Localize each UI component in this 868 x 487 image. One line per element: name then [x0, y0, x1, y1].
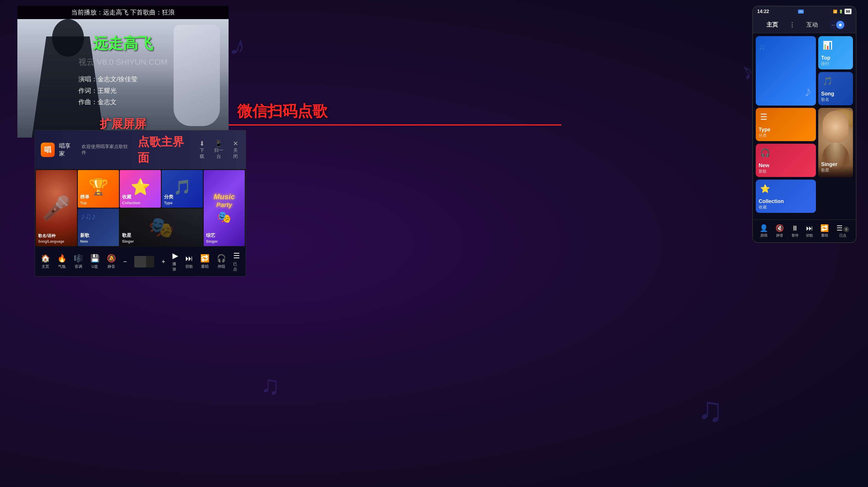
mute-icon: 🔇 — [775, 224, 784, 232]
guitar-shape — [174, 25, 220, 126]
wechat-scan-section: 微信扫码点歌 — [237, 101, 328, 122]
wechat-scan-label: 微信扫码点歌 — [237, 101, 328, 122]
now-playing-bar: 当前播放：远走高飞 下首歌曲：狂浪 — [18, 6, 228, 19]
category-type-label: 分类 Type — [164, 194, 173, 205]
category-new-label: 新歌 New — [80, 232, 89, 244]
song-composer: 作曲：金志文 — [79, 96, 167, 108]
app-actions: ⬇ 下载 📱 归一台 ✕ 关闭 — [197, 140, 240, 160]
app-welcome: 欢迎使用唱享家点歌软件 — [82, 144, 130, 156]
phone-ctrl-queued[interactable]: ☰0 已点 — [836, 224, 849, 238]
app-name: 唱享家 — [59, 142, 76, 158]
phone-grid-singer-label: Singer 歌星 — [821, 161, 837, 173]
category-singer[interactable]: 🎤 歌名/语种 Song/Language — [36, 170, 77, 246]
download-btn[interactable]: ⬇ 下载 — [197, 140, 206, 160]
ctrl-mute[interactable]: 🔕 静音 — [107, 254, 116, 269]
video-preview: 远走高飞 视云 V8.0 SHIYUN.COM 演唱：金志文/徐佳莹 作词：王耀… — [18, 19, 228, 138]
control-bar: 🏠 主页 🔥 气氛 🎼 音调 💾 U盘 🔕 静音 − — [35, 247, 246, 276]
phone-panel: 14:22 4G 📶 🔋 98 主页 ⋮ 互动 ··· ⏺ ♪ ♫ — [752, 6, 857, 243]
now-playing-text: 当前播放：远走高飞 下首歌曲：狂浪 — [71, 9, 175, 16]
ctrl-repeat[interactable]: 🔁 重唱 — [200, 254, 210, 269]
top-icon: 📊 — [823, 40, 833, 50]
song-title: 远走高飞 — [79, 34, 167, 54]
ctrl-atmosphere[interactable]: 🔥 气氛 — [57, 254, 66, 269]
phone-grid-type[interactable]: ☰ Type 分类 — [756, 108, 816, 141]
type-icon: ☰ — [760, 112, 767, 122]
phone-ctrl-next[interactable]: ⏭ 切歌 — [806, 224, 813, 238]
phone-grid-top[interactable]: 📊 Top 排行 — [818, 36, 853, 69]
song-singer: 演唱：金志文/徐佳莹 — [79, 73, 167, 85]
app-logo: 唱 — [41, 142, 55, 157]
new-icon: 🎧 — [760, 148, 770, 158]
phone-status-bar: 14:22 4G 📶 🔋 98 — [753, 6, 856, 17]
phone-status-icons: 📶 🔋 98 — [833, 9, 851, 14]
close-btn[interactable]: ✕ 关闭 — [231, 140, 240, 160]
phone-toggle[interactable]: ··· ⏺ — [829, 20, 847, 30]
ctrl-queue[interactable]: ☰ 已点 — [233, 251, 240, 272]
battery-level: 98 — [844, 9, 851, 14]
song-lyricist: 作词：王耀光 — [79, 85, 167, 97]
phone-ctrl-pause[interactable]: ⏸ 暂停 — [792, 224, 799, 238]
volume-display — [134, 256, 154, 267]
phone-app-grid: ♪ ♫ 📊 Top 排行 🎵 Song 歌名 ☰ Type — [753, 33, 856, 216]
phone-grid-collection-label: Collection 收藏 — [758, 198, 784, 210]
phone-ctrl-mute[interactable]: 🔇 静音 — [775, 224, 784, 238]
phone-nav-home[interactable]: 主页 — [762, 20, 782, 30]
category-variety[interactable]: Music Party 🎭 综艺 Singer — [204, 170, 245, 246]
pause-icon: ⏸ — [792, 224, 799, 232]
ctrl-next[interactable]: ⏭ 切歌 — [185, 254, 193, 269]
phone-signal-icon: 4G — [798, 9, 804, 13]
collection-icon: ⭐ — [760, 184, 770, 193]
song-icon: 🎵 — [823, 76, 833, 86]
category-variety-label: 综艺 Singer — [206, 232, 218, 244]
left-screen-area: 当前播放：远走高飞 下首歌曲：狂浪 远走高飞 视云 V8.0 SHIYUN.CO… — [18, 6, 228, 243]
karaoke-app: 唱 唱享家 欢迎使用唱享家点歌软件 点歌主界面 ⬇ 下载 📱 归一台 ✕ 关闭 — [35, 130, 246, 277]
app-header: 唱 唱享家 欢迎使用唱享家点歌软件 点歌主界面 ⬇ 下载 📱 归一台 ✕ 关闭 — [35, 130, 246, 169]
phone-grid-top-label: Top 排行 — [821, 55, 830, 66]
phone-grid-singer[interactable]: Singer 歌星 — [818, 108, 853, 177]
phone-nav-interact[interactable]: 互动 — [802, 20, 822, 30]
app-title: 点歌主界面 — [138, 134, 193, 166]
original-icon: 👤 — [760, 224, 768, 232]
category-singer-photo[interactable]: 🎭 歌星 Singer — [120, 208, 203, 246]
phone-grid-type-label: Type 分类 — [758, 127, 771, 138]
phone-grid-new-label: New 新歌 — [758, 163, 769, 174]
category-top[interactable]: 🏆 榜单 Top — [78, 170, 119, 208]
phone-grid-new[interactable]: 🎧 New 新歌 — [756, 144, 816, 177]
home-btn[interactable]: 📱 归一台 — [212, 140, 225, 160]
phone-ctrl-original[interactable]: 👤 原唱 — [760, 224, 768, 238]
ctrl-tone[interactable]: 🎼 音调 — [74, 254, 83, 269]
ctrl-accompaniment[interactable]: 🎧 伴唱 — [217, 254, 226, 269]
volume-plus-btn[interactable]: + — [161, 258, 165, 265]
song-meta: 演唱：金志文/徐佳莹 作词：王耀光 作曲：金志文 — [79, 73, 167, 108]
phone-nav-dots: ⋮ — [789, 21, 795, 29]
ctrl-play[interactable]: ▶ 播放 — [173, 251, 178, 272]
phone-grid-song[interactable]: 🎵 Song 歌名 — [818, 72, 853, 105]
phone-grid-song-label: Song 歌名 — [821, 91, 834, 102]
phone-bottom-controls: 👤 原唱 🔇 静音 ⏸ 暂停 ⏭ 切歌 🔁 重唱 ☰0 已点 — [753, 220, 856, 242]
phone-nav: 主页 ⋮ 互动 ··· ⏺ — [753, 17, 856, 33]
queued-icon: ☰0 — [836, 224, 849, 232]
ctrl-udisk[interactable]: 💾 U盘 — [90, 254, 99, 269]
expand-screen-label: 扩展屏屏 — [100, 116, 146, 132]
ctrl-home[interactable]: 🏠 主页 — [41, 254, 50, 269]
category-type[interactable]: 🎵 分类 Type — [162, 170, 203, 208]
next-icon-phone: ⏭ — [806, 224, 813, 232]
category-new[interactable]: ♪♫♪ 新歌 New — [78, 208, 119, 246]
phone-grid-music[interactable]: ♪ ♫ — [756, 36, 816, 105]
phone-grid-collection[interactable]: ⭐ Collection 收藏 — [756, 180, 816, 213]
phone-time: 14:22 — [757, 9, 769, 14]
category-singer-label: 歌名/语种 Song/Language — [38, 233, 64, 244]
volume-minus-btn[interactable]: − — [123, 258, 127, 265]
category-collection-label: 收藏 Collection — [122, 194, 140, 205]
category-singer-photo-label: 歌星 Singer — [122, 232, 134, 244]
category-top-label: 榜单 Top — [80, 194, 89, 205]
phone-ctrl-repeat[interactable]: 🔁 重唱 — [820, 224, 829, 238]
repeat-icon-phone: 🔁 — [820, 224, 829, 232]
red-divider — [228, 124, 561, 126]
watermark: 视云 V8.0 SHIYUN.COM — [79, 57, 167, 68]
categories-grid: 🎤 歌名/语种 Song/Language 🏆 榜单 Top ⭐ — [35, 169, 246, 247]
song-overlay: 远走高飞 视云 V8.0 SHIYUN.COM 演唱：金志文/徐佳莹 作词：王耀… — [79, 34, 167, 108]
category-collection[interactable]: ⭐ 收藏 Collection — [120, 170, 161, 208]
